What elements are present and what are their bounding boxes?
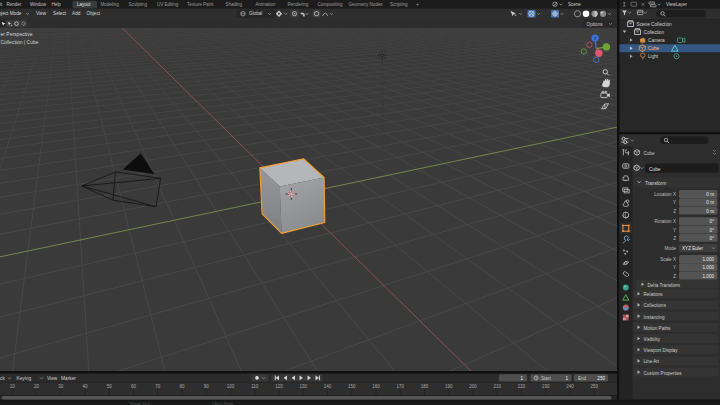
svg-text:Transform: Transform xyxy=(645,181,666,186)
svg-text:XYZ Euler: XYZ Euler xyxy=(682,246,703,251)
svg-text:Collections: Collections xyxy=(644,303,667,308)
svg-text:er Perspective: er Perspective xyxy=(1,31,33,37)
svg-text:110: 110 xyxy=(251,384,259,389)
svg-text:230: 230 xyxy=(542,384,550,389)
svg-text:Visibility: Visibility xyxy=(644,337,661,342)
svg-text:Location X: Location X xyxy=(654,192,676,197)
svg-text:Render: Render xyxy=(7,2,22,7)
svg-text:bject Mode: bject Mode xyxy=(0,11,22,16)
svg-text:80: 80 xyxy=(179,384,185,389)
svg-text:150: 150 xyxy=(348,384,356,389)
svg-text:Custom Properties: Custom Properties xyxy=(644,371,683,376)
svg-text:250: 250 xyxy=(590,384,598,389)
svg-text:Layout: Layout xyxy=(77,2,91,7)
svg-text:20: 20 xyxy=(34,384,40,389)
svg-text:Start: Start xyxy=(541,376,551,381)
svg-text:130: 130 xyxy=(299,384,307,389)
svg-text:View: View xyxy=(36,11,47,16)
svg-text:Delta Transform: Delta Transform xyxy=(648,283,681,288)
svg-text:Cube: Cube xyxy=(644,151,655,156)
svg-text:Select: Select xyxy=(53,11,67,16)
svg-text:+: + xyxy=(416,1,419,7)
svg-text:Geometry Nodes: Geometry Nodes xyxy=(349,2,384,7)
svg-text:140: 140 xyxy=(324,384,332,389)
svg-text:0 m: 0 m xyxy=(706,192,714,197)
svg-text:Texture Paint: Texture Paint xyxy=(187,2,214,7)
svg-text:Z: Z xyxy=(673,236,676,241)
svg-text:Shading: Shading xyxy=(226,2,243,7)
svg-text:Mode: Mode xyxy=(665,246,677,251)
svg-text:1: 1 xyxy=(565,376,568,381)
svg-text:Marker: Marker xyxy=(61,376,76,381)
svg-text:250: 250 xyxy=(597,376,605,381)
svg-text:View: View xyxy=(47,376,58,381)
svg-text:Light: Light xyxy=(648,54,659,59)
svg-text:170: 170 xyxy=(396,384,404,389)
svg-text:200: 200 xyxy=(469,384,477,389)
svg-text:Help: Help xyxy=(52,2,62,7)
svg-text:Y: Y xyxy=(673,265,676,270)
svg-text:Z: Z xyxy=(673,209,676,214)
svg-text:Window: Window xyxy=(30,2,47,7)
svg-text:0°: 0° xyxy=(710,236,715,241)
svg-text:Camera: Camera xyxy=(648,38,665,43)
svg-text:Compositing: Compositing xyxy=(318,2,344,7)
svg-text:210: 210 xyxy=(493,384,501,389)
svg-text:160: 160 xyxy=(372,384,380,389)
svg-text:0 m: 0 m xyxy=(706,200,714,205)
svg-text:Scripting: Scripting xyxy=(390,2,408,7)
svg-text:Cube: Cube xyxy=(649,167,661,172)
svg-text:Keying: Keying xyxy=(17,376,32,381)
svg-text:0 m: 0 m xyxy=(706,209,714,214)
svg-text:120: 120 xyxy=(275,384,283,389)
svg-text:Cube: Cube xyxy=(648,46,660,51)
svg-text:70: 70 xyxy=(155,384,161,389)
svg-text:Rendering: Rendering xyxy=(288,2,309,7)
svg-text:Object: Object xyxy=(87,11,101,16)
svg-text:Collection | Cube: Collection | Cube xyxy=(1,39,39,45)
svg-text:Scene: Scene xyxy=(568,2,581,7)
svg-text:Motion Paths: Motion Paths xyxy=(644,326,672,331)
svg-text:1: 1 xyxy=(520,376,523,381)
svg-text:60: 60 xyxy=(131,384,137,389)
svg-text:180: 180 xyxy=(421,384,429,389)
svg-text:Animation: Animation xyxy=(256,2,277,7)
svg-text:ck: ck xyxy=(0,376,5,381)
svg-text:Options: Options xyxy=(587,22,604,27)
svg-text:0°: 0° xyxy=(710,228,715,233)
svg-text:220: 220 xyxy=(518,384,526,389)
svg-text:30: 30 xyxy=(58,384,64,389)
svg-text:Instancing: Instancing xyxy=(644,315,665,320)
svg-text:End: End xyxy=(578,376,587,381)
svg-text:Z: Z xyxy=(673,274,676,279)
svg-text:1.000: 1.000 xyxy=(703,265,715,270)
svg-text:Line Art: Line Art xyxy=(644,359,660,364)
svg-text:240: 240 xyxy=(566,384,574,389)
svg-text:Collection: Collection xyxy=(644,30,665,35)
svg-text:0°: 0° xyxy=(710,219,715,224)
svg-text:ViewLayer: ViewLayer xyxy=(666,2,687,7)
svg-text:Y: Y xyxy=(673,200,676,205)
svg-text:Rotation X: Rotation X xyxy=(655,219,676,224)
svg-text:UV Editing: UV Editing xyxy=(157,2,179,7)
svg-text:40: 40 xyxy=(82,384,88,389)
svg-text:10: 10 xyxy=(10,384,16,389)
svg-text:190: 190 xyxy=(445,384,453,389)
svg-text:90: 90 xyxy=(204,384,210,389)
svg-text:Sculpting: Sculpting xyxy=(129,2,148,7)
svg-text:Global: Global xyxy=(249,11,262,16)
svg-text:Relations: Relations xyxy=(644,292,664,297)
svg-text:Scale X: Scale X xyxy=(660,257,676,262)
svg-text:50: 50 xyxy=(107,384,113,389)
svg-text:1.000: 1.000 xyxy=(703,274,715,279)
svg-text:Scene Collection: Scene Collection xyxy=(637,22,673,27)
svg-text:Viewport Display: Viewport Display xyxy=(644,348,679,353)
svg-text:1.000: 1.000 xyxy=(703,257,715,262)
svg-text:Modeling: Modeling xyxy=(101,2,120,7)
svg-text:100: 100 xyxy=(227,384,235,389)
svg-text:Y: Y xyxy=(673,228,676,233)
svg-text:Add: Add xyxy=(72,11,81,16)
